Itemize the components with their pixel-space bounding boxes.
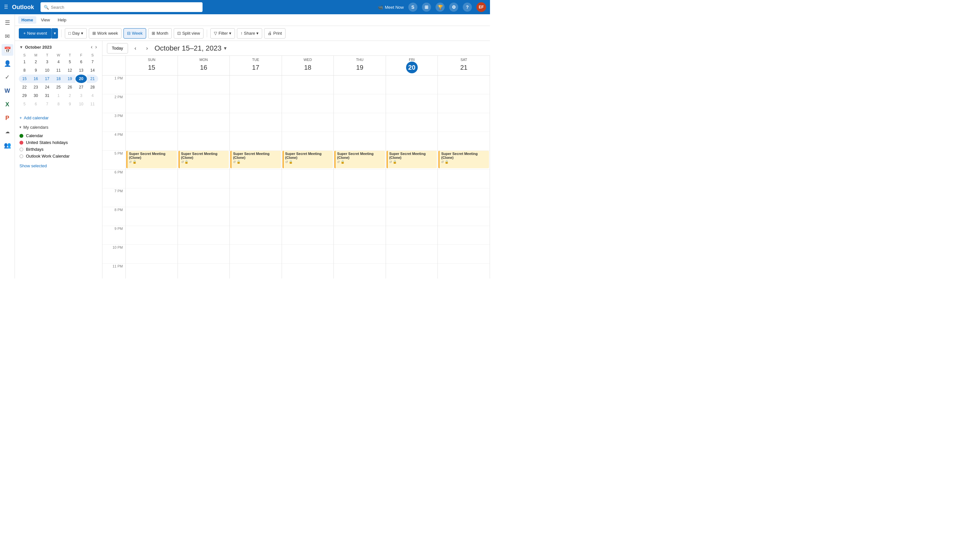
skype-icon-button[interactable]: S [408, 3, 418, 12]
hour-cell[interactable] [386, 94, 438, 113]
hour-cell[interactable] [230, 226, 282, 245]
hour-cell[interactable] [334, 75, 386, 94]
prev-week-button[interactable]: ‹ [131, 44, 140, 52]
hour-cell[interactable] [386, 245, 438, 264]
help-icon-button[interactable]: ? [463, 3, 472, 12]
menu-view[interactable]: View [37, 16, 53, 24]
hour-cell[interactable] [126, 188, 177, 207]
hour-cell[interactable] [334, 169, 386, 188]
cal-day-cell[interactable]: 23 [30, 83, 41, 91]
today-button[interactable]: Today [107, 43, 128, 54]
cal-day-cell[interactable]: 18 [53, 75, 64, 83]
cal-day-cell[interactable]: 4 [53, 58, 64, 66]
hour-cell[interactable] [230, 264, 282, 278]
cal-day-cell[interactable]: 14 [87, 66, 98, 75]
hour-cell[interactable] [386, 226, 438, 245]
cal-day-cell[interactable]: 9 [64, 100, 75, 108]
hour-cell[interactable] [126, 169, 177, 188]
hour-cell[interactable] [282, 207, 334, 226]
cal-day-cell[interactable]: 20 [75, 75, 87, 83]
cal-day-cell[interactable]: 27 [75, 83, 87, 91]
scroll-area[interactable]: 1 PM2 PM3 PM4 PM5 PM6 PM7 PM8 PM9 PM10 P… [102, 75, 490, 278]
hour-cell[interactable] [438, 188, 490, 207]
rail-calendar-icon[interactable]: 📅 [2, 44, 13, 56]
cal-day-cell[interactable]: 24 [41, 83, 53, 91]
hour-cell[interactable] [230, 113, 282, 132]
cal-day-cell[interactable]: 7 [87, 58, 98, 66]
cal-day-cell[interactable]: 3 [75, 91, 87, 100]
rail-powerpoint-icon[interactable]: P [2, 112, 13, 124]
cal-day-cell[interactable]: 31 [41, 91, 53, 100]
cal-day-cell[interactable]: 30 [30, 91, 41, 100]
hour-cell[interactable] [126, 94, 177, 113]
rail-mail-icon[interactable]: ✉ [2, 31, 13, 42]
hour-cell[interactable] [230, 207, 282, 226]
hour-cell[interactable] [178, 264, 230, 278]
reward-icon-button[interactable]: 🏆 [436, 3, 445, 12]
mini-cal-collapse[interactable]: ▾ [19, 44, 24, 50]
hour-cell[interactable] [282, 113, 334, 132]
rail-people-icon[interactable]: 👥 [2, 139, 13, 151]
search-bar[interactable]: 🔍 [41, 2, 203, 12]
hour-cell[interactable] [178, 207, 230, 226]
new-event-dropdown[interactable]: ▾ [52, 28, 58, 39]
hour-cell[interactable] [386, 132, 438, 151]
new-event-button[interactable]: + New event [19, 28, 52, 39]
calendar-item[interactable]: Outlook Work Calendar [20, 153, 98, 160]
hour-cell[interactable] [282, 264, 334, 278]
event-block[interactable]: Super Secret Meeting (Clone)↺ 🔒 [283, 151, 333, 168]
hour-cell[interactable] [178, 75, 230, 94]
cal-day-cell[interactable]: 29 [19, 91, 30, 100]
hour-cell[interactable] [386, 188, 438, 207]
week-button[interactable]: ⊟ Week [124, 28, 146, 39]
cal-day-cell[interactable]: 2 [64, 91, 75, 100]
hour-cell[interactable] [178, 94, 230, 113]
hour-cell[interactable] [282, 132, 334, 151]
hour-cell[interactable] [386, 113, 438, 132]
cal-day-cell[interactable]: 15 [19, 75, 30, 83]
settings-icon-button[interactable]: ⚙ [449, 3, 458, 12]
hour-cell[interactable] [230, 75, 282, 94]
show-selected-link[interactable]: Show selected [20, 162, 98, 169]
cal-day-cell[interactable]: 19 [64, 75, 75, 83]
hour-cell[interactable] [386, 75, 438, 94]
event-block[interactable]: Super Secret Meeting (Clone)↺ 🔒 [127, 151, 177, 168]
filter-button[interactable]: ▽ Filter ▾ [210, 28, 235, 39]
hour-cell[interactable] [126, 226, 177, 245]
hour-cell[interactable] [282, 75, 334, 94]
event-block[interactable]: Super Secret Meeting (Clone)↺ 🔒 [179, 151, 229, 168]
rail-word-icon[interactable]: W [2, 85, 13, 97]
waffle-icon[interactable]: ⠿ [4, 3, 8, 11]
cal-day-cell[interactable]: 5 [64, 58, 75, 66]
mini-cal-prev[interactable]: ‹ [89, 44, 94, 50]
event-block[interactable]: Super Secret Meeting (Clone)↺ 🔒 [335, 151, 385, 168]
hour-cell[interactable] [230, 132, 282, 151]
mini-cal-next[interactable]: › [94, 44, 98, 50]
my-calendars-header[interactable]: ▾ My calendars [20, 125, 98, 130]
print-button[interactable]: 🖨 Print [264, 28, 286, 39]
hour-cell[interactable] [334, 245, 386, 264]
hour-cell[interactable] [282, 94, 334, 113]
hour-cell[interactable] [178, 188, 230, 207]
cal-day-cell[interactable]: 28 [87, 83, 98, 91]
rail-menu-icon[interactable]: ☰ [2, 17, 13, 29]
cal-day-cell[interactable]: 13 [75, 66, 87, 75]
cal-day-cell[interactable]: 5 [19, 100, 30, 108]
cal-day-cell[interactable]: 10 [75, 100, 87, 108]
cal-day-cell[interactable]: 2 [30, 58, 41, 66]
hour-cell[interactable] [438, 169, 490, 188]
hour-cell[interactable] [178, 245, 230, 264]
hour-cell[interactable] [334, 132, 386, 151]
hour-cell[interactable] [282, 188, 334, 207]
hour-cell[interactable] [126, 113, 177, 132]
hour-cell[interactable] [126, 264, 177, 278]
event-block[interactable]: Super Secret Meeting (Clone)↺ 🔒 [231, 151, 281, 168]
menu-home[interactable]: Home [18, 16, 36, 24]
hour-cell[interactable] [230, 169, 282, 188]
event-block[interactable]: Super Secret Meeting (Clone)↺ 🔒 [387, 151, 437, 168]
search-input[interactable] [51, 5, 199, 10]
title-chevron[interactable]: ▾ [224, 45, 226, 51]
hour-cell[interactable] [438, 245, 490, 264]
hour-cell[interactable] [126, 132, 177, 151]
cal-day-cell[interactable]: 1 [53, 91, 64, 100]
